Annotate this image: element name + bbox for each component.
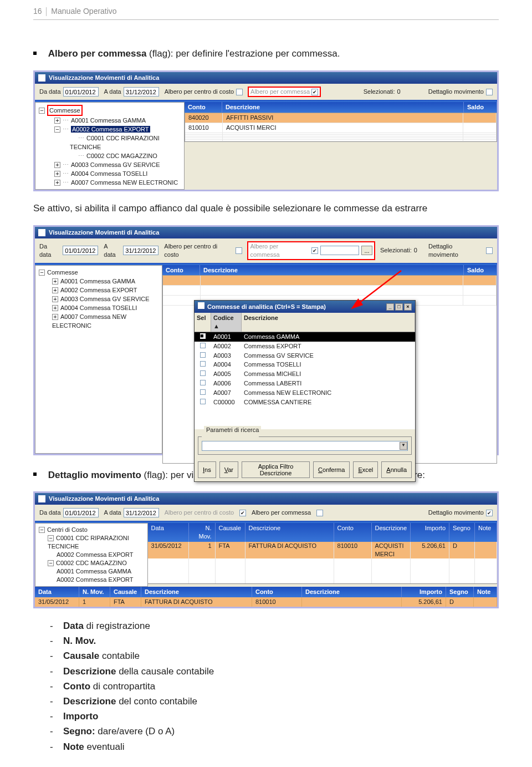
tree-leaf[interactable]: A0002 Commessa EXPORT [57, 551, 134, 558]
maximize-icon[interactable]: □ [395, 303, 403, 311]
input-dadata[interactable] [63, 508, 99, 517]
tree-node[interactable]: A0003 Commessa GV SERVICE [60, 296, 150, 302]
label-dettaglio: Dettaglio movimento [428, 509, 493, 517]
dialog-title: Commesse di analitica (Ctrl+S = Stampa) [207, 303, 326, 310]
tree-node[interactable]: A0007 Commessa NEW ELECTRONIC [71, 179, 178, 186]
manual-title: Manuale Operativo [51, 7, 116, 16]
checkbox-dettaglio[interactable] [486, 510, 493, 516]
input-dadata[interactable] [63, 87, 99, 96]
label-albero-commessa: Albero per commessa [250, 242, 309, 259]
app-icon [198, 302, 204, 309]
tree-node[interactable]: C0002 CDC MAGAZZINO [56, 560, 127, 566]
window-title: Visualizzazione Movimenti di Analitica [35, 72, 497, 84]
fieldset-parametri-ricerca: Parametri di ricerca ▼ [198, 433, 412, 455]
para-albero-commessa: Albero per commessa (flag): per definire… [33, 48, 499, 60]
checkbox-dettaglio[interactable] [486, 247, 493, 254]
app-icon [38, 74, 45, 82]
button-excel[interactable]: Excel [353, 461, 378, 478]
input-adata[interactable] [124, 87, 159, 96]
window-visualizzazione-3: Visualizzazione Movimenti di Analitica D… [33, 491, 499, 608]
popup-row[interactable]: A0004Commessa TOSELLI [195, 360, 415, 369]
tree-leaf[interactable]: A0002 Commessa EXPORT [57, 576, 134, 583]
button-annulla[interactable]: Annulla [381, 461, 412, 478]
detail-row[interactable]: 31/05/20121FTAFATTURA DI ACQUISTO8100105… [35, 597, 497, 607]
grid-row[interactable]: 31/05/20121FTAFATTURA DI ACQUISTO810010A… [148, 542, 497, 558]
list-item: Segno: dare/avere (D o A) [50, 724, 499, 739]
list-item: N. Mov. [50, 633, 499, 648]
tree-node[interactable]: A0004 Commessa TOSELLI [71, 170, 147, 177]
movements-grid[interactable]: 31/05/20121FTAFATTURA DI ACQUISTO810010A… [148, 542, 497, 584]
popup-row[interactable]: A0001Commessa GAMMA [195, 332, 415, 342]
app-icon [38, 495, 45, 502]
list-item: Note eventuali [50, 739, 499, 754]
col-saldo: Saldo [464, 102, 497, 113]
button-ins[interactable]: Ins [198, 461, 216, 478]
checkbox-albero-commessa[interactable] [311, 247, 318, 254]
sort-asc-icon[interactable]: ▲ [213, 323, 219, 329]
input-commessa-value[interactable] [320, 246, 359, 255]
tree-node[interactable]: A0004 Commessa TOSELLI [60, 304, 137, 311]
tree-node[interactable]: A0001 Commessa GAMMA [60, 278, 135, 285]
tree-node[interactable]: A0007 Commessa NEW ELECTRONIC [52, 313, 126, 329]
checkbox-albero-cc[interactable] [239, 510, 246, 516]
popup-grid-header: Sel Codice ▲ Descrizione [195, 313, 415, 332]
toolbar: Da data A data Albero per centro di cost… [35, 84, 497, 100]
input-dadata[interactable] [63, 246, 98, 255]
label-adata: A data [104, 87, 159, 96]
popup-row[interactable]: A0006Commessa LABERTI [195, 379, 415, 388]
tree-commesse[interactable]: −Commesse +⋯A0001 Commessa GAMMA −⋯A0002… [35, 102, 185, 190]
tree-commesse[interactable]: −Commesse +A0001 Commessa GAMMA +A0002 C… [35, 265, 162, 454]
tree-node-selected[interactable]: A0002 Commessa EXPORT [71, 126, 150, 133]
checkbox-albero-cc[interactable] [236, 89, 243, 95]
button-var[interactable]: Var [219, 461, 238, 478]
label-albero-cc: Albero per centro di costo [165, 88, 243, 96]
popup-grid[interactable]: A0001Commessa GAMMA A0002Commessa EXPORT… [195, 332, 415, 429]
para1-rest: (flag): per definire l'estrazione per co… [146, 48, 340, 59]
para1-bold: Albero per commessa [48, 48, 147, 59]
window-visualizzazione-1: Visualizzazione Movimenti di Analitica D… [33, 70, 499, 191]
tree-leaf[interactable]: C0002 CDC MAGAZZINO [86, 153, 157, 159]
page-number: 16 [33, 7, 42, 16]
app-icon [38, 229, 45, 236]
input-adata[interactable] [124, 508, 159, 517]
window-title-text: Visualizzazione Movimenti di Analitica [49, 228, 159, 237]
checkbox-albero-commessa[interactable] [316, 510, 323, 516]
checkbox-albero-cc[interactable] [236, 247, 242, 254]
label-albero-commessa: Albero per commessa [252, 509, 311, 517]
fieldset-legend: Parametri di ricerca [204, 426, 261, 434]
tree-node[interactable]: C0001 CDC RIPARAZIONI TECNICHE [48, 535, 129, 550]
checkbox-dettaglio[interactable] [486, 89, 493, 95]
tree-node[interactable]: A0001 Commessa GAMMA [71, 117, 146, 124]
tree-centri-costo[interactable]: −Centri di Costo −C0001 CDC RIPARAZIONI … [35, 523, 148, 587]
tree-root-commesse[interactable]: Commesse [47, 105, 83, 116]
highlight-albero-commessa: Albero per commessa [248, 87, 320, 96]
button-applica-filtro[interactable]: Applica Filtro Descrizione [242, 461, 310, 478]
chevron-down-icon[interactable]: ▼ [400, 442, 407, 450]
close-icon[interactable]: × [404, 303, 412, 311]
popup-row[interactable]: A0003Commessa GV SERVICE [195, 351, 415, 360]
tree-node[interactable]: A0003 Commessa GV SERVICE [71, 161, 160, 168]
minimize-icon[interactable]: _ [386, 303, 394, 311]
tree-node[interactable]: A0002 Commessa EXPORT [60, 287, 137, 293]
popup-row[interactable]: A0007Commessa NEW ELECTRONIC [195, 388, 415, 398]
search-input[interactable] [202, 441, 408, 451]
grid-row[interactable]: 810010ACQUISTI MERCI [185, 123, 497, 133]
popup-row[interactable]: A0005Commessa MICHELI [195, 369, 415, 379]
window-visualizzazione-2: Visualizzazione Movimenti di Analitica D… [33, 225, 499, 455]
para3-bold: Dettaglio movimento [48, 470, 141, 480]
popup-row[interactable]: A0002Commessa EXPORT [195, 342, 415, 351]
col-descrizione: Descrizione [222, 102, 464, 113]
checkbox-albero-commessa[interactable] [311, 89, 318, 95]
grid-row[interactable]: 840020AFFITTI PASSIVI [185, 113, 497, 123]
button-conferma[interactable]: Conferma [313, 461, 350, 478]
input-adata[interactable] [123, 246, 158, 255]
popup-row[interactable]: C00000COMMESSA CANTIERE [195, 398, 415, 407]
label-dadata: Da data [39, 87, 99, 96]
list-item: Descrizione della causale contabile [50, 664, 499, 679]
window-title-text: Visualizzazione Movimenti di Analitica [49, 495, 159, 503]
button-browse-commesse[interactable]: ... [361, 246, 372, 255]
tree-leaf[interactable]: A0001 Commessa GAMMA [57, 568, 131, 575]
dialog-commesse-analitica: Commesse di analitica (Ctrl+S = Stampa) … [194, 300, 416, 481]
movements-grid-header: DataN. Mov.CausaleDescrizioneContoDescri… [148, 523, 497, 542]
col-conto: Conto [185, 102, 222, 113]
